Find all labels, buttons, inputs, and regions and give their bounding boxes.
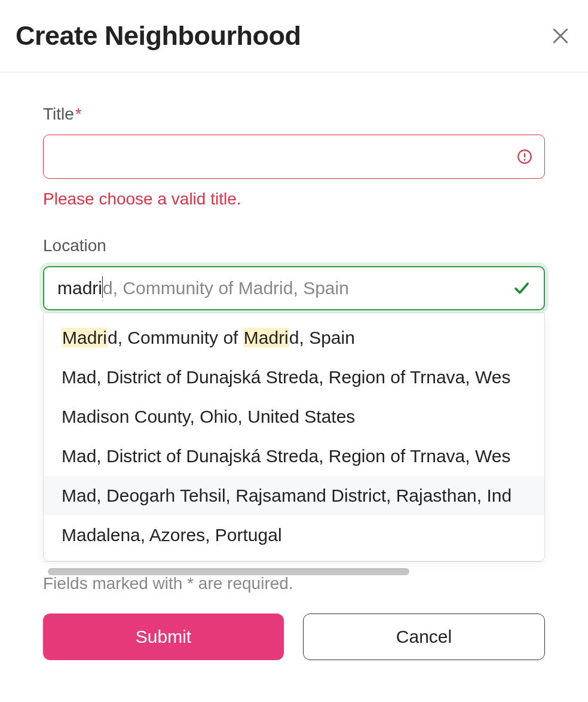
required-star: * (75, 105, 82, 123)
autocomplete-option[interactable]: Mad, District of Dunajská Streda, Region… (44, 437, 544, 476)
autocomplete-option[interactable]: Madalena, Azores, Portugal (44, 515, 544, 555)
alert-icon (517, 149, 532, 164)
hint-suffix: are required. (194, 574, 293, 593)
cancel-button[interactable]: Cancel (303, 614, 545, 660)
hint-prefix: Fields marked with (43, 574, 187, 593)
title-label-text: Title (43, 105, 74, 123)
location-autocomplete-dropdown: Madrid, Community of Madrid, SpainMad, D… (43, 313, 545, 561)
checkmark-icon (513, 279, 531, 297)
title-input-wrap (43, 135, 545, 179)
location-input[interactable]: madrid, Community of Madrid, Spain (43, 266, 545, 310)
svg-point-4 (524, 159, 526, 161)
autocomplete-option[interactable]: Madrid, Community of Madrid, Spain (44, 313, 544, 358)
location-field: Location madrid, Community of Madrid, Sp… (43, 236, 545, 310)
autocomplete-option[interactable]: Madison County, Ohio, United States (44, 397, 544, 437)
location-input-text: madrid, Community of Madrid, Spain (57, 267, 513, 309)
submit-button[interactable]: Submit (43, 614, 284, 660)
hint-mark: * (187, 574, 194, 593)
modal-footer: Submit Cancel (43, 614, 545, 660)
location-label: Location (43, 236, 545, 255)
modal-header: Create Neighbourhood (0, 0, 588, 72)
location-typed-text: madri (57, 278, 102, 298)
modal-title: Create Neighbourhood (16, 20, 301, 51)
highlight-match: Madri (62, 328, 108, 347)
required-fields-hint: Fields marked with * are required. (43, 574, 293, 593)
title-input[interactable] (56, 135, 517, 178)
modal-body: Title* Please choose a valid title. Loca… (0, 72, 588, 310)
autocomplete-option[interactable]: Mad, District of Dunajská Streda, Region… (44, 358, 544, 397)
title-error-message: Please choose a valid title. (43, 190, 545, 209)
highlight-match: Madri (243, 328, 289, 347)
autocomplete-option[interactable]: Mad, Deogarh Tehsil, Rajsamand District,… (44, 476, 544, 515)
location-autocomplete-hint: d, Community of Madrid, Spain (103, 278, 349, 298)
close-button[interactable] (549, 24, 572, 48)
title-label: Title* (43, 105, 545, 124)
title-field: Title* Please choose a valid title. (43, 105, 545, 209)
close-icon (551, 26, 570, 45)
